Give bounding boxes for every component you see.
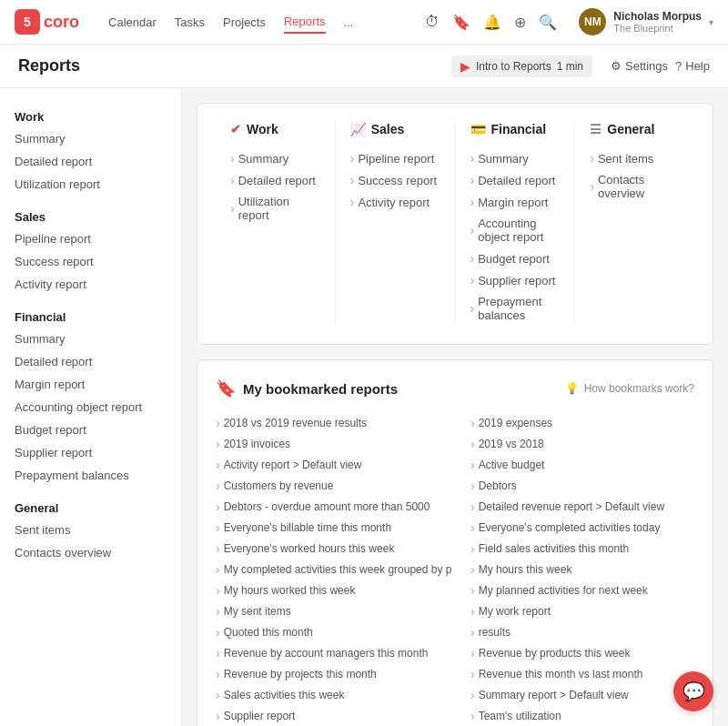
bookmark-item[interactable]: Supplier report xyxy=(216,706,452,726)
bookmark-item[interactable]: Sales activities this week xyxy=(216,685,452,706)
search-icon[interactable]: 🔍 xyxy=(539,14,557,31)
bookmark-item[interactable]: Quoted this month xyxy=(216,622,452,643)
bookmark-item[interactable]: Active budget xyxy=(470,455,694,476)
nav-projects[interactable]: Projects xyxy=(223,12,266,33)
sidebar: Work Summary Detailed report Utilization… xyxy=(0,88,182,726)
sidebar-financial-accounting[interactable]: Accounting object report xyxy=(0,396,181,418)
dropdown-col-general: ☰ General Sent items Contacts overview xyxy=(575,122,694,326)
user-menu[interactable]: NM Nicholas Morpus The Blueprint ▾ xyxy=(579,8,713,35)
dropdown-sales-pipeline[interactable]: Pipeline report xyxy=(350,147,440,169)
page-header-actions: ▶ Intro to Reports 1 min ⚙ Settings ? He… xyxy=(451,55,710,77)
bookmark-item[interactable]: Customers by revenue xyxy=(216,476,452,497)
how-bookmarks-button[interactable]: 💡 How bookmarks work? xyxy=(565,382,694,395)
nav-tasks[interactable]: Tasks xyxy=(175,12,205,33)
timer-icon[interactable]: ⏱ xyxy=(425,14,440,30)
bookmark-item[interactable]: Revenue by projects this month xyxy=(216,664,452,685)
bookmark-item[interactable]: Activity report > Default view xyxy=(216,455,452,476)
question-icon: ? xyxy=(675,59,682,73)
bookmarks-title: 🔖 My bookmarked reports xyxy=(216,378,398,398)
bookmark-item[interactable]: My work report xyxy=(470,601,694,622)
sidebar-financial-supplier[interactable]: Supplier report xyxy=(0,441,181,464)
video-label: Intro to Reports xyxy=(476,60,551,73)
dropdown-financial-detailed[interactable]: Detailed report xyxy=(470,169,561,191)
sidebar-financial-margin[interactable]: Margin report xyxy=(0,373,181,396)
sidebar-work-summary[interactable]: Summary xyxy=(0,127,181,150)
dropdown-financial-label: Financial xyxy=(491,122,547,136)
bookmark-item[interactable]: Team's utilization xyxy=(470,706,694,726)
help-button[interactable]: ? Help xyxy=(675,59,710,73)
bookmark-item[interactable]: 2019 invoices xyxy=(216,434,452,455)
dropdown-financial-prepayment[interactable]: Prepayment balances xyxy=(470,291,561,326)
nav-calendar[interactable]: Calendar xyxy=(108,12,157,33)
bookmark-item[interactable]: 2019 vs 2018 xyxy=(470,434,694,455)
bookmark-item[interactable]: Field sales activities this month xyxy=(470,539,694,560)
dropdown-work-summary[interactable]: Summary xyxy=(230,147,320,169)
bookmarks-grid: 2018 vs 2019 revenue results 2019 invoic… xyxy=(216,413,694,726)
app-logo[interactable]: 5 coro xyxy=(15,9,79,35)
video-duration: 1 min xyxy=(557,60,583,73)
bookmark-item[interactable]: Everyone's billable time this month xyxy=(216,518,452,539)
nav-reports[interactable]: Reports xyxy=(284,11,326,34)
sidebar-financial-detailed[interactable]: Detailed report xyxy=(0,350,181,373)
bookmark-item[interactable]: My hours this week xyxy=(470,560,694,580)
dropdown-financial-supplier[interactable]: Supplier report xyxy=(470,269,561,291)
bookmark-item[interactable]: Revenue by account managers this month xyxy=(216,643,452,664)
sidebar-sales-pipeline[interactable]: Pipeline report xyxy=(0,227,181,250)
bookmark-item[interactable]: 2018 vs 2019 revenue results xyxy=(216,413,452,434)
sidebar-financial-summary[interactable]: Summary xyxy=(0,328,181,350)
bookmark-item[interactable]: 2019 expenses xyxy=(470,413,694,434)
bookmark-nav-icon[interactable]: 🔖 xyxy=(452,14,470,31)
settings-button[interactable]: ⚙ Settings xyxy=(611,59,668,73)
bookmark-item[interactable]: My hours worked this week xyxy=(216,580,452,601)
bookmark-item[interactable]: results xyxy=(470,622,694,643)
sidebar-general-contacts[interactable]: Contacts overview xyxy=(0,541,181,564)
play-icon: ▶ xyxy=(460,59,470,74)
bookmarks-title-text: My bookmarked reports xyxy=(243,381,398,397)
checkmark-icon: ✔ xyxy=(230,122,241,136)
dropdown-col-sales-title: 📈 Sales xyxy=(350,122,440,136)
sidebar-work-detailed[interactable]: Detailed report xyxy=(0,150,181,173)
sidebar-section-work: Work Summary Detailed report Utilization… xyxy=(0,103,181,196)
bookmark-item[interactable]: Debtors xyxy=(470,476,694,497)
bookmark-item[interactable]: My completed activities this week groupe… xyxy=(216,560,452,580)
sidebar-financial-prepayment[interactable]: Prepayment balances xyxy=(0,464,181,487)
dropdown-sales-success[interactable]: Success report xyxy=(350,169,440,191)
bookmark-item[interactable]: Revenue this month vs last month xyxy=(470,664,694,685)
bookmark-item[interactable]: Summary report > Default view xyxy=(470,685,694,706)
bookmark-item[interactable]: My planned activities for next week xyxy=(470,580,694,601)
dropdown-general-sent[interactable]: Sent items xyxy=(590,147,680,169)
dropdown-work-utilization[interactable]: Utilization report xyxy=(230,191,320,226)
bookmark-item[interactable]: Detailed revenue report > Default view xyxy=(470,497,694,518)
dropdown-col-work-title: ✔ Work xyxy=(230,122,320,136)
bookmark-item[interactable]: My sent items xyxy=(216,601,452,622)
bookmarks-panel: 🔖 My bookmarked reports 💡 How bookmarks … xyxy=(197,359,713,726)
reports-dropdown-panel: ✔ Work Summary Detailed report Utilizati… xyxy=(197,103,713,345)
chat-bubble-button[interactable]: 💬 xyxy=(673,671,713,711)
bookmark-item[interactable]: Revenue by products this week xyxy=(470,643,694,664)
plus-icon[interactable]: ⊕ xyxy=(514,14,526,31)
intro-video-button[interactable]: ▶ Intro to Reports 1 min xyxy=(451,55,592,77)
dropdown-columns: ✔ Work Summary Detailed report Utilizati… xyxy=(216,122,694,326)
bookmark-item[interactable]: Everyone's worked hours this week xyxy=(216,539,452,560)
logo-icon: 5 xyxy=(15,9,40,35)
dropdown-sales-activity[interactable]: Activity report xyxy=(350,191,440,213)
bookmark-item[interactable]: Everyone's completed activities today xyxy=(470,518,694,539)
dropdown-general-contacts[interactable]: Contacts overview xyxy=(590,169,680,204)
dropdown-financial-accounting[interactable]: Accounting object report xyxy=(470,213,561,247)
sidebar-financial-budget[interactable]: Budget report xyxy=(0,418,181,441)
help-label: Help xyxy=(685,59,710,73)
dropdown-financial-margin[interactable]: Margin report xyxy=(470,191,561,213)
sidebar-work-utilization[interactable]: Utilization report xyxy=(0,173,181,196)
dropdown-financial-budget[interactable]: Budget report xyxy=(470,247,561,269)
dropdown-work-detailed[interactable]: Detailed report xyxy=(230,169,320,191)
sidebar-general-sent[interactable]: Sent items xyxy=(0,519,181,541)
sidebar-sales-success[interactable]: Success report xyxy=(0,250,181,273)
nav-more[interactable]: ... xyxy=(344,12,354,33)
sidebar-section-financial: Financial Summary Detailed report Margin… xyxy=(0,303,181,487)
sidebar-sales-activity[interactable]: Activity report xyxy=(0,273,181,296)
dropdown-financial-summary[interactable]: Summary xyxy=(470,147,561,169)
avatar: NM xyxy=(579,8,606,35)
bell-icon[interactable]: 🔔 xyxy=(483,14,501,31)
bookmark-item[interactable]: Debtors - overdue amount more than 5000 xyxy=(216,497,452,518)
list-icon: ☰ xyxy=(590,122,602,136)
